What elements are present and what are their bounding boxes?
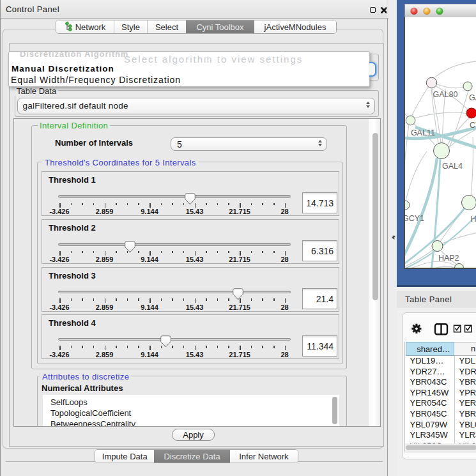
svg-text:GAL80: GAL80	[433, 90, 457, 99]
svg-text:GAL4: GAL4	[442, 162, 463, 171]
svg-text:HAP2: HAP2	[438, 254, 459, 263]
svg-text:GAL11: GAL11	[410, 128, 434, 137]
svg-text:GCY1: GCY1	[405, 214, 424, 223]
svg-text:HA: HA	[470, 215, 476, 224]
svg-text:GA: GA	[469, 93, 476, 102]
svg-text:CY: CY	[470, 121, 476, 130]
